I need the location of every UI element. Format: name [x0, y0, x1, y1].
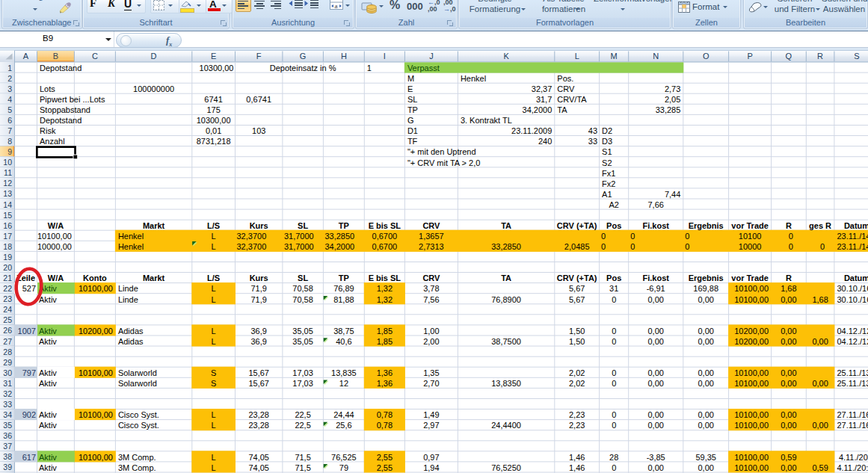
svg-text:1,00: 1,00 — [423, 327, 439, 336]
svg-text:1: 1 — [7, 64, 12, 72]
svg-text:23,28: 23,28 — [248, 421, 269, 430]
svg-text:0,00: 0,00 — [698, 379, 713, 388]
svg-text:0,00: 0,00 — [647, 410, 663, 419]
svg-text:L: L — [575, 52, 579, 61]
svg-text:2,23: 2,23 — [569, 410, 585, 419]
svg-text:10000: 10000 — [739, 242, 762, 251]
svg-text:0: 0 — [612, 379, 616, 388]
svg-text:TP: TP — [339, 221, 349, 230]
svg-text:A1: A1 — [602, 190, 612, 199]
svg-text:79: 79 — [339, 463, 348, 472]
svg-text:1,36: 1,36 — [377, 379, 393, 388]
svg-text:59,35: 59,35 — [695, 453, 716, 462]
svg-text:24,44: 24,44 — [333, 410, 354, 419]
svg-text:Solarworld: Solarworld — [118, 368, 157, 377]
svg-text:71,5: 71,5 — [295, 453, 310, 462]
svg-text:33,285: 33,285 — [656, 105, 681, 114]
svg-text:25.11./13: 25.11./13 — [837, 379, 868, 388]
svg-text:33: 33 — [588, 137, 597, 146]
svg-text:2,00: 2,00 — [423, 337, 439, 346]
svg-text:TP: TP — [407, 105, 418, 114]
svg-text:22: 22 — [3, 284, 12, 293]
svg-text:34,2000: 34,2000 — [523, 105, 552, 114]
svg-text:Depotstand: Depotstand — [40, 116, 81, 125]
svg-text:76,89: 76,89 — [333, 284, 354, 293]
svg-text:3. Kontrakt TL: 3. Kontrakt TL — [461, 116, 512, 125]
svg-text:10: 10 — [3, 158, 12, 167]
svg-text:23,28: 23,28 — [248, 410, 269, 419]
svg-text:0: 0 — [612, 337, 616, 346]
svg-text:1,50: 1,50 — [569, 337, 585, 346]
svg-text:Ergebnis: Ergebnis — [689, 273, 724, 282]
svg-text:10100,00: 10100,00 — [79, 410, 113, 419]
svg-text:19: 19 — [3, 253, 12, 262]
svg-text:R: R — [786, 273, 792, 282]
svg-text:0,78: 0,78 — [377, 410, 393, 419]
svg-text:1,49: 1,49 — [423, 410, 439, 419]
svg-text:1,85: 1,85 — [377, 327, 393, 336]
svg-text:Datum: Datum — [844, 221, 868, 230]
svg-text:E: E — [407, 84, 413, 93]
svg-text:L: L — [212, 232, 216, 241]
svg-text:30: 30 — [3, 368, 12, 377]
svg-text:0: 0 — [789, 242, 793, 251]
svg-text:10100,00: 10100,00 — [79, 453, 113, 462]
svg-text:Adidas: Adidas — [118, 337, 144, 346]
svg-text:23.11./14:: 23.11./14: — [837, 242, 868, 251]
svg-text:7,44: 7,44 — [665, 190, 680, 199]
svg-text:10100,00: 10100,00 — [734, 421, 769, 430]
svg-text:Datum: Datum — [844, 273, 868, 282]
svg-text:Linde: Linde — [118, 284, 138, 293]
svg-text:10100: 10100 — [739, 232, 762, 241]
svg-text:0,97: 0,97 — [423, 453, 439, 462]
svg-text:0,00: 0,00 — [698, 295, 713, 304]
svg-text:71,9: 71,9 — [250, 284, 266, 293]
svg-text:31,7000: 31,7000 — [284, 232, 314, 241]
svg-text:TA: TA — [557, 105, 567, 114]
svg-text:17,03: 17,03 — [292, 368, 313, 377]
svg-text:1,32: 1,32 — [377, 284, 393, 293]
svg-text:3,78: 3,78 — [423, 284, 439, 293]
svg-text:B: B — [53, 52, 58, 61]
svg-text:0: 0 — [612, 295, 616, 304]
svg-text:43: 43 — [588, 126, 597, 135]
svg-text:0: 0 — [601, 232, 606, 241]
svg-text:2,70: 2,70 — [423, 379, 439, 388]
svg-text:240: 240 — [538, 137, 552, 146]
svg-text:L: L — [212, 295, 216, 304]
svg-text:TA: TA — [501, 221, 511, 230]
svg-text:2,02: 2,02 — [569, 368, 585, 377]
svg-text:L: L — [212, 284, 216, 293]
svg-text:0: 0 — [685, 242, 689, 251]
svg-text:Pos: Pos — [606, 221, 621, 230]
svg-text:0,00: 0,00 — [812, 421, 828, 430]
svg-text:617: 617 — [22, 453, 36, 462]
svg-text:27: 27 — [3, 337, 12, 346]
svg-text:L: L — [212, 421, 216, 430]
svg-text:R: R — [817, 52, 823, 61]
svg-text:I: I — [384, 52, 386, 61]
svg-text:36: 36 — [3, 431, 12, 440]
svg-text:24: 24 — [3, 305, 12, 314]
svg-text:Fi.kost: Fi.kost — [642, 221, 669, 230]
svg-text:36,9: 36,9 — [250, 337, 266, 346]
svg-text:39: 39 — [3, 463, 12, 472]
svg-text:0,00: 0,00 — [698, 421, 713, 430]
svg-text:0,00: 0,00 — [647, 337, 663, 346]
svg-text:10000,00: 10000,00 — [37, 242, 72, 251]
svg-text:12: 12 — [3, 179, 12, 188]
svg-text:10100,00: 10100,00 — [734, 410, 769, 419]
svg-text:33,2850: 33,2850 — [324, 232, 354, 241]
svg-text:103: 103 — [252, 126, 265, 135]
svg-text:Aktiv: Aktiv — [39, 379, 57, 388]
svg-text:0,59: 0,59 — [812, 463, 828, 472]
svg-text:30.10./16: 30.10./16 — [837, 295, 868, 304]
svg-text:O: O — [703, 52, 710, 61]
svg-text:CRV/TA: CRV/TA — [557, 95, 587, 104]
svg-text:35,05: 35,05 — [292, 327, 313, 336]
svg-text:15: 15 — [3, 211, 12, 220]
svg-text:7,56: 7,56 — [423, 295, 439, 304]
svg-text:0,00: 0,00 — [698, 327, 713, 336]
svg-text:10200,00: 10200,00 — [79, 327, 113, 336]
svg-text:a: a — [335, 2, 338, 10]
